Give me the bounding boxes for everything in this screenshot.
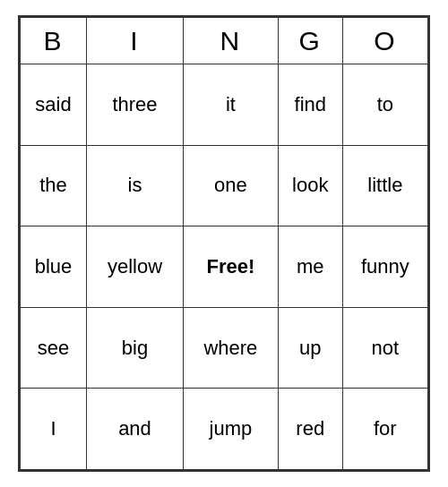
table-cell: me (278, 226, 342, 308)
table-row: saidthreeitfindto (21, 64, 428, 146)
table-cell: little (342, 145, 427, 226)
header-g: G (278, 18, 342, 64)
header-o: O (342, 18, 427, 64)
bingo-body: saidthreeitfindtotheisonelooklittlebluey… (21, 64, 428, 470)
table-row: Iandjumpredfor (21, 389, 428, 470)
table-cell: see (21, 307, 87, 389)
table-cell: Free! (183, 226, 278, 308)
table-cell: to (342, 64, 427, 146)
table-cell: for (342, 389, 427, 470)
header-b: B (21, 18, 87, 64)
header-i: I (87, 18, 184, 64)
table-cell: up (278, 307, 342, 389)
table-cell: where (183, 307, 278, 389)
table-cell: the (21, 145, 87, 226)
table-cell: one (183, 145, 278, 226)
header-n: N (183, 18, 278, 64)
table-cell: three (87, 64, 184, 146)
table-cell: jump (183, 389, 278, 470)
table-cell: blue (21, 226, 87, 308)
table-cell: find (278, 64, 342, 146)
table-cell: it (183, 64, 278, 146)
table-row: seebigwhereupnot (21, 307, 428, 389)
table-cell: red (278, 389, 342, 470)
table-row: blueyellowFree!mefunny (21, 226, 428, 308)
table-cell: not (342, 307, 427, 389)
table-cell: said (21, 64, 87, 146)
table-cell: look (278, 145, 342, 226)
table-cell: and (87, 389, 184, 470)
header-row: B I N G O (21, 18, 428, 64)
table-cell: big (87, 307, 184, 389)
bingo-card: B I N G O saidthreeitfindtotheisonelookl… (18, 15, 430, 472)
table-row: theisonelooklittle (21, 145, 428, 226)
table-cell: is (87, 145, 184, 226)
table-cell: yellow (87, 226, 184, 308)
table-cell: I (21, 389, 87, 470)
bingo-table: B I N G O saidthreeitfindtotheisonelookl… (20, 17, 428, 470)
table-cell: funny (342, 226, 427, 308)
